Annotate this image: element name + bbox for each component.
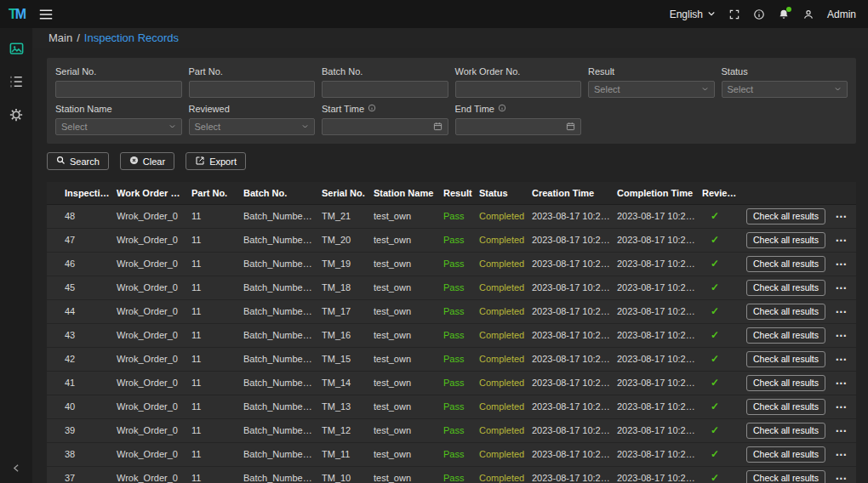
topbar-right: English Admin <box>670 9 868 20</box>
station-name-select[interactable]: Select <box>55 118 182 135</box>
cell-batch-no: Batch_Number_0 <box>240 395 318 418</box>
clear-button[interactable]: Clear <box>120 152 174 170</box>
cell-actions: Check all results <box>743 299 826 323</box>
username-label[interactable]: Admin <box>827 9 856 20</box>
cell-station-name: test_own <box>370 323 440 347</box>
check-all-results-button[interactable]: Check all results <box>746 327 825 344</box>
cell-batch-no: Batch_Number_0 <box>240 276 318 299</box>
more-actions-icon[interactable]: ⋯ <box>826 276 856 299</box>
cell-actions: Check all results <box>743 228 826 252</box>
filter-serial-no: Serial No. <box>55 65 182 98</box>
cell-result: Pass <box>440 418 476 442</box>
fullscreen-icon[interactable] <box>728 9 740 20</box>
cell-result: Pass <box>440 347 476 371</box>
col-batch-no: Batch No. <box>240 182 318 204</box>
start-time-input[interactable] <box>322 118 448 135</box>
cell-inspection-id: 40 <box>47 395 113 418</box>
search-button[interactable]: Search <box>47 152 109 170</box>
check-all-results-button[interactable]: Check all results <box>746 304 825 320</box>
cell-status: Completed <box>476 228 528 252</box>
cell-work-order: Wrok_Order_0 <box>113 395 188 418</box>
sidebar-item-list[interactable] <box>5 71 27 92</box>
check-all-results-button[interactable]: Check all results <box>746 256 825 272</box>
check-all-results-button[interactable]: Check all results <box>746 375 825 391</box>
more-actions-icon[interactable]: ⋯ <box>826 204 856 228</box>
cell-status: Completed <box>476 347 528 371</box>
more-actions-icon[interactable]: ⋯ <box>826 252 856 276</box>
more-actions-icon[interactable]: ⋯ <box>826 228 856 252</box>
check-all-results-button[interactable]: Check all results <box>746 232 825 248</box>
filter-station-name: Station Name Select <box>55 102 182 135</box>
more-actions-icon[interactable]: ⋯ <box>826 395 856 418</box>
part-no-label: Part No. <box>189 66 316 77</box>
more-actions-icon[interactable]: ⋯ <box>826 418 856 442</box>
more-actions-icon[interactable]: ⋯ <box>826 371 856 395</box>
user-icon[interactable] <box>802 9 814 20</box>
cell-creation-time: 2023-08-17 10:26... <box>528 228 614 252</box>
status-select-value: Select <box>728 84 754 94</box>
work-order-no-input[interactable] <box>455 81 582 98</box>
table-row: 40 Wrok_Order_0 11 Batch_Number_0 TM_13 … <box>47 395 856 418</box>
cell-station-name: test_own <box>370 204 440 228</box>
table-row: 45 Wrok_Order_0 11 Batch_Number_0 TM_18 … <box>47 276 856 299</box>
check-all-results-button[interactable]: Check all results <box>746 351 825 367</box>
col-inspection-id: Inspection ID <box>47 182 113 204</box>
reviewed-select[interactable]: Select <box>189 118 316 135</box>
cell-status: Completed <box>476 323 528 347</box>
notifications-bell-icon[interactable] <box>778 9 790 20</box>
work-order-no-label: Work Order No. <box>455 66 582 77</box>
more-actions-icon[interactable]: ⋯ <box>826 323 856 347</box>
station-name-label: Station Name <box>55 104 182 114</box>
cell-inspection-id: 39 <box>47 418 113 442</box>
cell-creation-time: 2023-08-17 10:25... <box>528 442 614 466</box>
col-reviewed: Reviewed <box>699 182 743 204</box>
cell-completion-time: 2023-08-17 10:26... <box>614 204 699 228</box>
batch-no-input[interactable] <box>322 81 448 98</box>
sidebar-item-settings-gear-icon[interactable] <box>5 105 27 125</box>
main-content: Serial No. Part No. Batch No. Work Order… <box>32 48 868 483</box>
cell-serial-no: TM_21 <box>318 204 370 228</box>
cell-part-no: 11 <box>188 418 240 442</box>
sidebar-item-inspection-records[interactable] <box>5 38 27 59</box>
check-all-results-button[interactable]: Check all results <box>746 280 825 296</box>
calendar-icon <box>433 122 443 133</box>
check-all-results-button[interactable]: Check all results <box>746 208 825 224</box>
info-icon[interactable] <box>753 9 765 20</box>
cell-batch-no: Batch_Number_0 <box>240 252 318 276</box>
sidebar <box>0 28 32 483</box>
more-actions-icon[interactable]: ⋯ <box>826 299 856 323</box>
more-actions-icon[interactable]: ⋯ <box>826 347 856 371</box>
cell-actions: Check all results <box>743 442 826 466</box>
cell-station-name: test_own <box>370 442 440 466</box>
end-time-input[interactable] <box>455 118 582 135</box>
result-label: Result <box>588 66 715 77</box>
breadcrumb-root[interactable]: Main <box>49 31 72 44</box>
cell-inspection-id: 45 <box>47 276 113 299</box>
export-button[interactable]: Export <box>186 152 246 170</box>
cell-status: Completed <box>476 204 528 228</box>
more-actions-icon[interactable]: ⋯ <box>826 466 856 483</box>
part-no-input[interactable] <box>189 81 316 98</box>
sidebar-collapse-chevron-left-icon[interactable] <box>5 457 27 478</box>
export-icon <box>195 156 205 168</box>
col-work-order: Work Order No. <box>113 182 188 204</box>
result-select[interactable]: Select <box>588 81 715 98</box>
table-row: 42 Wrok_Order_0 11 Batch_Number_0 TM_15 … <box>47 347 856 371</box>
serial-no-input[interactable] <box>55 81 182 98</box>
check-all-results-button[interactable]: Check all results <box>746 399 825 415</box>
language-selector[interactable]: English <box>670 9 716 20</box>
cell-completion-time: 2023-08-17 10:25... <box>614 466 699 483</box>
cell-status: Completed <box>476 466 528 483</box>
status-select[interactable]: Select <box>722 81 848 98</box>
check-all-results-button[interactable]: Check all results <box>746 423 825 439</box>
table-row: 44 Wrok_Order_0 11 Batch_Number_0 TM_17 … <box>47 299 856 323</box>
cell-completion-time: 2023-08-17 10:26... <box>614 323 699 347</box>
reviewed-check-icon: ✓ <box>699 466 743 483</box>
cell-creation-time: 2023-08-17 10:25... <box>528 418 614 442</box>
hamburger-menu-icon[interactable] <box>39 9 53 20</box>
more-actions-icon[interactable]: ⋯ <box>826 442 856 466</box>
check-all-results-button[interactable]: Check all results <box>746 470 825 483</box>
cell-status: Completed <box>476 299 528 323</box>
cell-work-order: Wrok_Order_0 <box>113 323 188 347</box>
check-all-results-button[interactable]: Check all results <box>746 446 825 463</box>
